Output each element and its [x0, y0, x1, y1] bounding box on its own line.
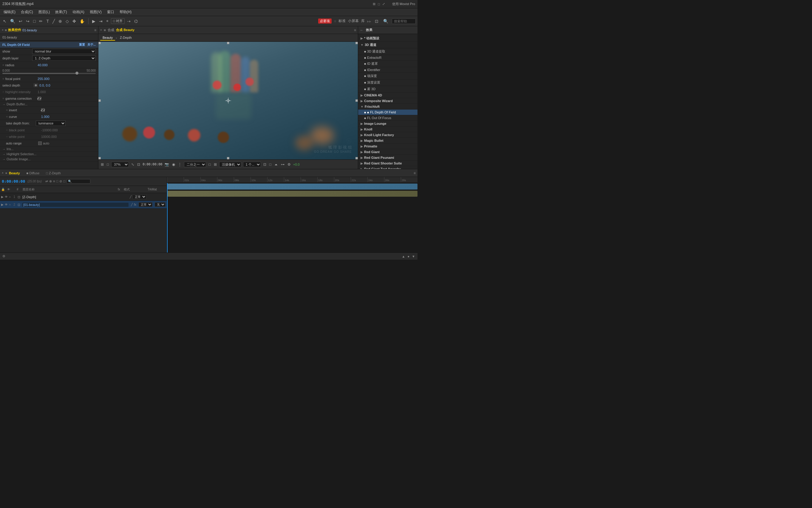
handle-mr[interactable]	[355, 99, 358, 102]
show-dropdown[interactable]: normal blur	[32, 49, 96, 54]
tree-fog-3d[interactable]: ■ 雾 3D	[358, 86, 418, 92]
tab-beauty[interactable]: Beauty	[100, 35, 115, 41]
right-panel-arrow[interactable]: ←	[360, 28, 364, 32]
tool-redo[interactable]: ↪	[25, 18, 31, 24]
depth-layer-dropdown[interactable]: 1. Z-Depth	[32, 55, 96, 61]
tool-link[interactable]: ⇢	[126, 18, 132, 24]
tool-render[interactable]: ▶	[91, 18, 97, 24]
ctrl-bars[interactable]: ⏶	[274, 162, 279, 167]
tree-fl-out-of-focus[interactable]: ■ FL Out Of Focus	[358, 115, 418, 121]
curve-value[interactable]: 1.000	[41, 115, 49, 119]
iris-section[interactable]: → Iris...	[0, 146, 98, 152]
effect-section-fl-depth[interactable]: FL Depth Of Field 重置 关于...	[0, 42, 98, 48]
handle-br[interactable]	[355, 157, 358, 159]
tree-magic-bullet[interactable]: ▶ Magic Bullet	[358, 138, 418, 143]
about-button[interactable]: 关于...	[87, 43, 96, 47]
handle-tl[interactable]	[98, 42, 101, 44]
radius-slider[interactable]	[2, 73, 96, 74]
layer2-visibility[interactable]: 👁	[5, 203, 8, 206]
tree-red-giant[interactable]: ▶ Red Giant	[358, 149, 418, 155]
window-icon-3[interactable]: ⤢	[382, 2, 385, 6]
layers-select[interactable]: 1 个...	[243, 162, 261, 167]
ctrl-dots[interactable]: ⋮	[178, 162, 182, 167]
tool-select-rect[interactable]: □	[32, 18, 37, 24]
select-depth-crosshair[interactable]: ⊕	[33, 83, 38, 87]
focal-point-value[interactable]: 255.000	[38, 77, 49, 81]
tl-ctrl-2[interactable]: ⊕	[49, 179, 52, 183]
tool-roto[interactable]: ✤	[71, 18, 77, 24]
tl-ctrl-1[interactable]: ⇌	[45, 179, 48, 183]
tree-fl-depth-of-field[interactable]: ■ ■ FL Depth Of Field	[358, 110, 418, 115]
tl-search-input[interactable]	[66, 179, 90, 183]
tree-knoll[interactable]: ▶ Knoll	[358, 127, 418, 132]
ctrl-graph[interactable]: ⊶	[280, 162, 285, 167]
panel-menu-btn[interactable]: ≡	[94, 28, 96, 32]
layer2-expand[interactable]: ▶	[1, 203, 4, 206]
layer1-expand[interactable]: ▶	[1, 195, 4, 199]
tl-close-btn[interactable]: ×	[2, 171, 4, 175]
handle-ml[interactable]	[98, 99, 101, 102]
tool-pen[interactable]: ✏	[38, 18, 44, 24]
tool-text[interactable]: T	[45, 18, 50, 24]
library-label[interactable]: 库	[361, 18, 365, 24]
ctrl-settings[interactable]: ⚙	[287, 162, 291, 167]
window-icon-1[interactable]: ⊞	[373, 2, 375, 6]
select-depth-value[interactable]: 0.0, 0.0	[39, 84, 50, 87]
tl-ctrl-5[interactable]: ⊘	[59, 179, 62, 183]
tree-frischluft[interactable]: ▼ Frischluft	[358, 104, 418, 110]
menu-effect[interactable]: 效果(T)	[53, 9, 69, 15]
menu-edit[interactable]: 编辑(E)	[1, 9, 18, 15]
layer1-motion[interactable]: ╱	[130, 195, 132, 199]
tree-field-depth[interactable]: ■ 场深度	[358, 73, 418, 79]
tab-zdepth[interactable]: Z-Depth	[117, 35, 134, 41]
tool-stamp[interactable]: ⊕	[57, 18, 63, 24]
tool-track[interactable]: ⌬	[133, 18, 139, 24]
depth-buffer-section[interactable]: → Depth Buffer...	[0, 102, 98, 107]
radius-value[interactable]: 40.000	[38, 63, 48, 67]
tree-red-giant-text[interactable]: ▶ Red Giant Text Anarchy	[358, 166, 418, 169]
tl-tab-beauty[interactable]: Beauty	[9, 171, 20, 175]
status-gear-icon[interactable]: ⚙	[2, 254, 5, 258]
layer2-mode-select[interactable]: 正常	[139, 202, 152, 207]
comp-close-btn[interactable]: ×	[100, 28, 102, 32]
menu-layer[interactable]: 图层(L)	[36, 9, 52, 15]
quality-select[interactable]: 二分之一 完整	[184, 162, 206, 167]
required-badge[interactable]: 必要项	[318, 18, 332, 24]
ctrl-frame[interactable]: ⊡	[263, 162, 267, 167]
tool-pointer[interactable]: ↖	[2, 18, 8, 24]
tl-ctrl-3[interactable]: ≡	[53, 179, 55, 183]
menu-window[interactable]: 窗口	[105, 9, 116, 15]
slider-thumb[interactable]	[76, 72, 79, 75]
tree-depth-settings[interactable]: ■ 深度设置	[358, 79, 418, 86]
tool-undo[interactable]: ↩	[17, 18, 23, 24]
tree-animation-presets[interactable]: ▶ * 动画预设	[358, 35, 418, 42]
ctrl-resize[interactable]: ⤡	[131, 162, 135, 167]
reset-button[interactable]: 重置	[79, 43, 85, 47]
panel-close-btn[interactable]: ×	[2, 28, 4, 32]
help-search-input[interactable]	[392, 18, 416, 24]
ctrl-screen[interactable]: □	[106, 162, 109, 167]
layer2-motion[interactable]: ╱	[131, 203, 133, 206]
ctrl-camera-icon[interactable]: 📷	[164, 162, 170, 167]
ctrl-square[interactable]: □	[208, 162, 211, 167]
handle-tr[interactable]	[355, 42, 358, 44]
standard-label[interactable]: 标准	[338, 18, 346, 24]
menu-compose[interactable]: 合成(C)	[18, 9, 36, 15]
tree-cinema4d[interactable]: ▶ CINEMA 4D	[358, 92, 418, 98]
tl-tab-zdepth[interactable]: □ Z-Depth	[46, 171, 60, 175]
tree-identifier[interactable]: ■ IDentifier	[358, 67, 418, 73]
invert-checkbox[interactable]: ✓	[41, 108, 45, 112]
camera-select[interactable]: 活摄像机	[219, 162, 241, 167]
menu-help[interactable]: 帮助(H)	[117, 9, 134, 15]
tree-image-lounge[interactable]: ▶ Image Lounge	[358, 121, 418, 127]
highlight-selection-section[interactable]: → Highlight Selection...	[0, 152, 98, 157]
ctrl-grid[interactable]: ⊞	[100, 162, 104, 167]
tree-composite-wizard[interactable]: ▶ Composite Wizard	[358, 98, 418, 104]
search-icon[interactable]: 🔍	[382, 18, 389, 24]
tool-search[interactable]: 🔍	[9, 18, 16, 24]
tool-brush[interactable]: ╱	[51, 18, 56, 24]
ctrl-pixel[interactable]: ⊡	[137, 162, 141, 167]
tool-align[interactable]: ⇥	[98, 18, 104, 24]
ctrl-grid2[interactable]: ⊞	[213, 162, 218, 167]
tree-red-giant-shooter[interactable]: ▶ Red Giant Shooter Suite	[358, 161, 418, 166]
